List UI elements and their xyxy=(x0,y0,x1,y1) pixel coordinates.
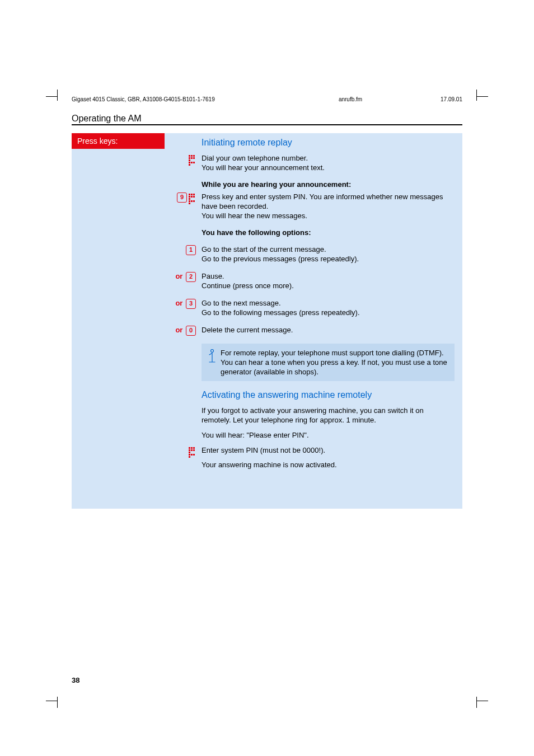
key-9-instruction: Press key and enter system PIN. You are … xyxy=(202,192,455,220)
while-hearing-heading: While you are hearing your announcement: xyxy=(202,180,455,189)
page-header: Gigaset 4015 Classic, GBR, A31008-G4015-… xyxy=(72,96,462,102)
header-mid: anrufb.fm xyxy=(294,96,406,102)
or-key-0: or 0 xyxy=(170,325,202,336)
or-key-2: or 2 xyxy=(170,271,202,290)
activated-text: Your answering machine is now activated. xyxy=(202,460,455,469)
or-key-3: or 3 xyxy=(170,298,202,317)
main-content: Initiating remote replay Dial your own t… xyxy=(165,133,462,509)
key-9: 9 xyxy=(177,192,187,203)
dialpad-icon xyxy=(170,445,202,456)
activating-p2: You will hear: "Please enter PIN". xyxy=(202,430,455,440)
key-3-instruction: Go to the next message. Go to the follow… xyxy=(202,298,455,317)
key-1-instruction: Go to the start of the current message. … xyxy=(202,245,455,264)
enter-pin-instruction: Enter system PIN (must not be 0000!). xyxy=(202,445,455,456)
heading-initiating-remote-replay: Initiating remote replay xyxy=(202,138,455,148)
section-title: Operating the AM xyxy=(72,114,462,124)
info-box: For remote replay, your telephone must s… xyxy=(202,344,455,381)
svg-point-0 xyxy=(211,349,214,352)
section-rule xyxy=(72,124,462,125)
heading-activating-remotely: Activating the answering machine remotel… xyxy=(202,390,455,400)
key-9-with-dialpad: 9 xyxy=(170,192,202,220)
dial-instruction: Dial your own telephone number. You will… xyxy=(202,153,455,172)
info-text: For remote replay, your telephone must s… xyxy=(221,348,449,377)
key-1: 1 xyxy=(170,245,202,264)
key-2-instruction: Pause. Continue (press once more). xyxy=(202,271,455,290)
sidebar-title: Press keys: xyxy=(72,133,165,149)
info-icon xyxy=(207,348,221,377)
sidebar: Press keys: xyxy=(72,133,165,509)
page-number: 38 xyxy=(72,676,79,684)
key-0-instruction: Delete the current message. xyxy=(202,325,455,336)
activating-p1: If you forgot to activate your answering… xyxy=(202,406,455,425)
header-left: Gigaset 4015 Classic, GBR, A31008-G4015-… xyxy=(72,96,294,102)
dialpad-icon xyxy=(188,194,196,201)
options-heading: You have the following options: xyxy=(202,228,455,237)
dialpad-icon xyxy=(170,153,202,172)
header-right: 17.09.01 xyxy=(406,96,462,102)
